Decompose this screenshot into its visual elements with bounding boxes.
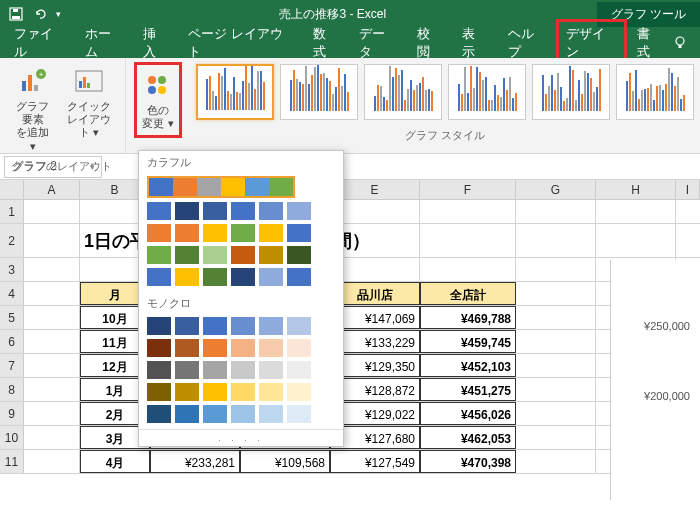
color-swatch[interactable] (259, 339, 283, 357)
color-swatch[interactable] (147, 224, 171, 242)
color-swatch[interactable] (287, 246, 311, 264)
col-header[interactable]: A (24, 180, 80, 199)
color-swatch[interactable] (175, 268, 199, 286)
svg-point-16 (148, 86, 156, 94)
color-swatch[interactable] (175, 405, 199, 423)
color-swatch[interactable] (147, 246, 171, 264)
color-swatch[interactable] (231, 383, 255, 401)
color-swatch[interactable] (231, 339, 255, 357)
chart-style-6[interactable] (616, 64, 694, 120)
col-header[interactable]: H (596, 180, 676, 199)
color-swatch[interactable] (175, 224, 199, 242)
chart-style-5[interactable] (532, 64, 610, 120)
worksheet[interactable]: A B C D E F G H I 1 21日の平間） 3 4月品川店全店計 5… (0, 180, 700, 474)
color-swatch[interactable] (259, 317, 283, 335)
color-swatch[interactable] (287, 202, 311, 220)
styles-group-label: グラフ スタイル (190, 126, 700, 145)
color-swatch[interactable] (259, 268, 283, 286)
color-swatch[interactable] (259, 383, 283, 401)
color-swatch[interactable] (203, 317, 227, 335)
chart-style-2[interactable] (280, 64, 358, 120)
embedded-chart[interactable]: ¥250,000 ¥200,000 (610, 260, 700, 500)
color-swatch[interactable] (203, 339, 227, 357)
change-colors-button[interactable]: 色の 変更 ▾ (138, 66, 178, 134)
row-header[interactable]: 1 (0, 200, 24, 223)
color-swatch[interactable] (287, 224, 311, 242)
color-swatch[interactable] (259, 405, 283, 423)
chart-styles-gallery[interactable] (190, 58, 700, 126)
color-swatch[interactable] (231, 268, 255, 286)
color-swatch[interactable] (231, 246, 255, 264)
color-swatch[interactable] (175, 361, 199, 379)
select-all-corner[interactable] (0, 180, 24, 199)
color-swatch[interactable] (203, 202, 227, 220)
color-swatch[interactable] (259, 361, 283, 379)
color-swatch[interactable] (287, 268, 311, 286)
color-swatch[interactable] (231, 224, 255, 242)
color-swatch[interactable] (287, 361, 311, 379)
color-swatch[interactable] (231, 317, 255, 335)
svg-rect-6 (28, 75, 32, 91)
color-swatch[interactable] (203, 361, 227, 379)
svg-rect-11 (79, 81, 82, 88)
row-header[interactable]: 7 (0, 354, 24, 377)
color-swatch[interactable] (231, 202, 255, 220)
row-header[interactable]: 11 (0, 450, 24, 473)
chart-style-4[interactable] (448, 64, 526, 120)
ribbon: + グラフ要素 を追加 ▾ クイック レイアウト ▾ グラフのレイアウト 色の … (0, 58, 700, 154)
color-swatch[interactable] (259, 202, 283, 220)
color-swatch[interactable] (231, 405, 255, 423)
menubar: ファイル ホーム 挿入 ページ レイアウト 数式 データ 校閲 表示 ヘルプ デ… (0, 28, 700, 58)
color-scheme-colorful-1[interactable] (147, 176, 295, 198)
tell-me-icon[interactable] (672, 35, 688, 51)
svg-text:+: + (38, 70, 43, 79)
color-swatch[interactable] (175, 383, 199, 401)
color-swatch[interactable] (259, 224, 283, 242)
svg-rect-2 (13, 9, 18, 12)
row-header[interactable]: 10 (0, 426, 24, 449)
row-header[interactable]: 8 (0, 378, 24, 401)
row-header[interactable]: 2 (0, 224, 24, 257)
row-header[interactable]: 4 (0, 282, 24, 305)
chart-style-1[interactable] (196, 64, 274, 120)
color-swatch[interactable] (175, 246, 199, 264)
color-swatch[interactable] (147, 317, 171, 335)
add-chart-element-button[interactable]: + グラフ要素 を追加 ▾ (8, 62, 57, 157)
color-swatch[interactable] (203, 246, 227, 264)
color-swatch[interactable] (203, 224, 227, 242)
svg-point-3 (676, 37, 684, 45)
color-swatch[interactable] (175, 317, 199, 335)
color-swatch[interactable] (175, 339, 199, 357)
col-header[interactable]: F (420, 180, 516, 199)
color-swatch[interactable] (175, 202, 199, 220)
change-colors-dropdown: カラフル モノクロ . . . . (138, 150, 344, 447)
color-swatch[interactable] (147, 268, 171, 286)
dropdown-resize-handle[interactable]: . . . . (139, 429, 343, 446)
color-swatch[interactable] (259, 246, 283, 264)
color-swatch[interactable] (287, 383, 311, 401)
color-swatch[interactable] (147, 405, 171, 423)
quick-layout-button[interactable]: クイック レイアウト ▾ (61, 62, 117, 144)
color-swatch[interactable] (203, 383, 227, 401)
svg-rect-4 (679, 45, 682, 48)
color-swatch[interactable] (231, 361, 255, 379)
svg-rect-7 (34, 85, 38, 91)
color-swatch[interactable] (147, 339, 171, 357)
color-swatch[interactable] (147, 361, 171, 379)
row-header[interactable]: 9 (0, 402, 24, 425)
color-swatch[interactable] (147, 383, 171, 401)
colorful-section-label: カラフル (139, 151, 343, 174)
row-header[interactable]: 3 (0, 258, 24, 281)
color-swatch[interactable] (203, 268, 227, 286)
color-swatch[interactable] (287, 405, 311, 423)
row-header[interactable]: 5 (0, 306, 24, 329)
color-swatch[interactable] (287, 317, 311, 335)
col-header[interactable]: G (516, 180, 596, 199)
color-swatch[interactable] (287, 339, 311, 357)
qat-more-icon[interactable]: ▾ (56, 9, 61, 19)
color-swatch[interactable] (203, 405, 227, 423)
color-swatch[interactable] (147, 202, 171, 220)
chart-style-3[interactable] (364, 64, 442, 120)
row-header[interactable]: 6 (0, 330, 24, 353)
col-header[interactable]: I (676, 180, 700, 199)
